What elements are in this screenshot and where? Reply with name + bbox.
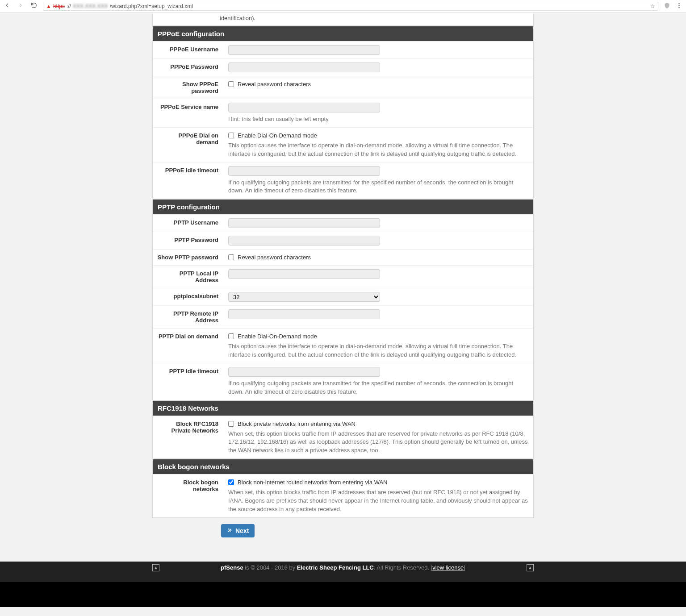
pppoe-service-input[interactable] (228, 103, 380, 112)
forward-icon[interactable] (17, 2, 24, 10)
svg-point-2 (678, 7, 680, 8)
help-text: If no qualifying outgoing packets are tr… (228, 179, 529, 196)
pppoe-idle-input[interactable] (228, 166, 380, 176)
next-button[interactable]: Next (221, 524, 255, 537)
help-text: When set, this option blocks traffic fro… (228, 488, 529, 514)
label: PPTP Password (153, 232, 218, 249)
row-pppoe-password: PPPoE Password (153, 58, 533, 76)
help-text: Hint: this field can usually be left emp… (228, 115, 529, 124)
reveal-pw-label[interactable]: Reveal password characters (228, 80, 529, 87)
double-chevron-icon (227, 527, 232, 534)
row-pptp-password: PPTP Password (153, 232, 533, 249)
label: PPTP Idle timeout (153, 363, 218, 400)
row-pppoe-service: PPPoE Service name Hint: this field can … (153, 99, 533, 127)
nav-controls (4, 2, 38, 10)
help-text: When set, this option blocks traffic fro… (228, 430, 529, 455)
pptp-dial-checkbox[interactable] (228, 333, 234, 339)
row-pppoe-idle: PPPoE Idle timeout If no qualifying outg… (153, 162, 533, 199)
reload-icon[interactable] (30, 2, 38, 10)
menu-icon[interactable] (676, 2, 682, 10)
button-row: Next (152, 518, 534, 544)
scroll-top-icon[interactable]: ▲ (527, 564, 534, 571)
bookmark-icon[interactable]: ☆ (650, 3, 655, 9)
checkbox-text: Block private networks from entering via… (238, 420, 356, 427)
panel-heading: PPPoE configuration (153, 26, 533, 41)
panel-bogon: Block bogon networks Block bogon network… (152, 459, 534, 518)
row-pptp-remote-ip: PPTP Remote IP Address (153, 305, 533, 328)
warning-icon: ▲ (46, 3, 51, 9)
url-host: XXX.XXX.XXX (73, 3, 108, 9)
row-pppoe-dial: PPPoE Dial on demand Enable Dial-On-Dema… (153, 127, 533, 162)
pptp-local-ip-input[interactable] (228, 269, 380, 279)
label: PPTP Remote IP Address (153, 306, 218, 328)
bottom-bar (0, 582, 686, 607)
checkbox-text: Enable Dial-On-Demand mode (238, 333, 317, 340)
bogon-checkbox[interactable] (228, 479, 234, 485)
label: PPPoE Service name (153, 99, 218, 127)
pptp-username-input[interactable] (228, 218, 380, 228)
row-rfc1918: Block RFC1918 Private Networks Block pri… (153, 416, 533, 459)
panel-heading: PPTP configuration (153, 200, 533, 214)
row-pptp-idle: PPTP Idle timeout If no qualifying outgo… (153, 363, 533, 400)
extension-icons (664, 2, 682, 10)
pptp-show-pw-checkbox[interactable] (228, 254, 234, 260)
row-pptp-subnet: pptplocalsubnet 32 (153, 288, 533, 305)
label: pptplocalsubnet (153, 288, 218, 305)
rfc1918-checkbox[interactable] (228, 421, 234, 427)
reveal-pw-label[interactable]: Reveal password characters (228, 253, 529, 261)
label: Block bogon networks (153, 474, 218, 517)
page-footer: ▲ pfSense is © 2004 - 2016 by Electric S… (0, 562, 686, 582)
panel-rfc1918: RFC1918 Networks Block RFC1918 Private N… (152, 400, 534, 459)
url-protocol: https (53, 3, 65, 9)
browser-toolbar: ▲ https:// XXX.XXX.XXX /wizard.php?xml=s… (0, 0, 686, 12)
pppoe-username-input[interactable] (228, 45, 380, 55)
rfc-block-label[interactable]: Block private networks from entering via… (228, 420, 529, 427)
view-license-link[interactable]: view license (432, 564, 464, 571)
url-path: /wizard.php?xml=setup_wizard.xml (110, 3, 193, 9)
help-text: If no qualifying outgoing packets are tr… (228, 379, 529, 396)
pptp-idle-input[interactable] (228, 367, 380, 377)
bogon-block-label[interactable]: Block non-Internet routed networks from … (228, 478, 529, 486)
row-bogon: Block bogon networks Block non-Internet … (153, 474, 533, 517)
pppoe-password-input[interactable] (228, 62, 380, 72)
dial-label[interactable]: Enable Dial-On-Demand mode (228, 131, 529, 139)
checkbox-text: Enable Dial-On-Demand mode (238, 132, 317, 139)
panel-heading: RFC1918 Networks (153, 401, 533, 416)
dial-label[interactable]: Enable Dial-On-Demand mode (228, 332, 529, 340)
help-text: This option causes the interface to oper… (228, 342, 529, 359)
pptp-subnet-select[interactable]: 32 (228, 292, 380, 302)
row-pptp-dial: PPTP Dial on demand Enable Dial-On-Deman… (153, 328, 533, 363)
url-bar[interactable]: ▲ https:// XXX.XXX.XXX /wizard.php?xml=s… (43, 2, 658, 11)
footer-text: pfSense is © 2004 - 2016 by Electric She… (159, 564, 527, 571)
shield-icon[interactable] (664, 2, 670, 10)
pptp-remote-ip-input[interactable] (228, 309, 380, 319)
label: PPTP Local IP Address (153, 266, 218, 288)
row-pptp-local-ip: PPTP Local IP Address (153, 265, 533, 288)
panel-pppoe: PPPoE configuration PPPoE Username PPPoE… (152, 26, 534, 199)
pppoe-show-pw-checkbox[interactable] (228, 81, 234, 87)
panel-heading: Block bogon networks (153, 459, 533, 474)
row-pptp-username: PPTP Username (153, 214, 533, 232)
row-pptp-show-password: Show PPTP password Reveal password chara… (153, 249, 533, 265)
label: PPPoE Password (153, 59, 218, 76)
checkbox-text: Reveal password characters (238, 81, 311, 87)
label: PPPoE Dial on demand (153, 128, 218, 162)
pptp-password-input[interactable] (228, 236, 380, 246)
back-icon[interactable] (4, 2, 11, 10)
label: PPPoE Username (153, 42, 218, 58)
label: Block RFC1918 Private Networks (153, 416, 218, 459)
checkbox-text: Block non-Internet routed networks from … (238, 479, 388, 486)
label: Show PPTP password (153, 250, 218, 265)
panel-pptp: PPTP configuration PPTP Username PPTP Pa… (152, 199, 534, 400)
label: Show PPPoE password (153, 76, 218, 99)
row-pppoe-show-password: Show PPPoE password Reveal password char… (153, 76, 533, 99)
help-text: This option causes the interface to oper… (228, 142, 529, 158)
label: PPTP Username (153, 215, 218, 232)
svg-point-0 (678, 3, 680, 4)
next-label: Next (235, 527, 249, 534)
pppoe-dial-checkbox[interactable] (228, 133, 234, 138)
label: PPTP Dial on demand (153, 329, 218, 363)
scroll-top-icon[interactable]: ▲ (152, 564, 159, 571)
cutoff-help-text: identification). (152, 12, 534, 26)
checkbox-text: Reveal password characters (238, 254, 311, 261)
